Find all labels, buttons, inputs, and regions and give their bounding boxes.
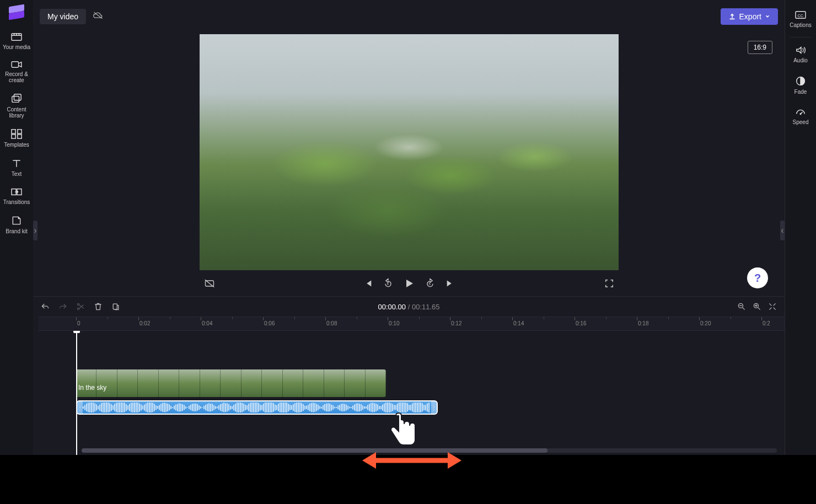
svg-rect-5 (18, 130, 22, 133)
sidebar-item-audio[interactable]: Audio (785, 40, 816, 70)
svg-rect-1 (12, 62, 18, 68)
sidebar-label: Captions (790, 22, 811, 28)
audio-trim-handle-right[interactable] (431, 401, 437, 414)
top-bar: My video Export (33, 0, 785, 33)
undo-button[interactable] (41, 302, 50, 311)
total-time: 00:11.65 (412, 303, 440, 311)
timeline-toolbar: 00:00.00 / 00:11.65 (33, 297, 785, 317)
current-time: 00:00.00 (378, 303, 406, 311)
sidebar-label: Your media (3, 44, 30, 50)
expand-left-panel[interactable]: › (33, 221, 37, 240)
rewind-5-button[interactable]: 5 (383, 278, 394, 289)
preview-area: 16:9 ? 5 5 (33, 33, 785, 296)
play-button[interactable] (404, 278, 415, 289)
svg-rect-17 (113, 304, 117, 309)
svg-rect-2 (12, 96, 19, 102)
skip-back-button[interactable] (363, 278, 373, 288)
chevron-down-icon (765, 14, 770, 19)
player-controls: 5 5 (200, 275, 619, 292)
duplicate-button[interactable] (111, 302, 120, 311)
left-sidebar: Your media Record & create Content libra… (0, 0, 33, 455)
svg-rect-7 (18, 135, 22, 138)
sidebar-label: Record & create (2, 71, 31, 83)
scrollbar-thumb[interactable] (82, 448, 547, 453)
sidebar-label: Text (12, 171, 22, 177)
fullscreen-button[interactable] (604, 278, 614, 288)
svg-point-23 (800, 114, 801, 115)
zoom-in-button[interactable] (753, 302, 761, 311)
project-title[interactable]: My video (40, 9, 86, 24)
export-label: Export (739, 12, 761, 21)
sidebar-label: Templates (4, 142, 29, 148)
split-button[interactable] (76, 302, 85, 311)
zoom-out-button[interactable] (737, 302, 746, 311)
right-sidebar: CC Captions Audio Fade Speed (785, 0, 816, 455)
sidebar-label: Content library (2, 106, 31, 119)
svg-rect-6 (12, 135, 15, 138)
sidebar-item-transitions[interactable]: Transitions (1, 183, 32, 211)
upload-icon (728, 13, 736, 20)
timeline-panel: 00:00.00 / 00:11.65 00:020:040:060:080:1… (33, 296, 785, 455)
svg-text:5: 5 (428, 282, 430, 286)
sidebar-label: Fade (794, 89, 807, 95)
timeline-scrollbar[interactable] (82, 448, 777, 453)
audio-clip-label: In the sky (78, 384, 106, 392)
video-clip[interactable] (76, 369, 386, 397)
sidebar-item-content-library[interactable]: Content library (1, 89, 32, 124)
svg-text:5: 5 (386, 282, 388, 286)
sidebar-label: Transitions (3, 199, 30, 205)
sidebar-item-your-media[interactable]: Your media (1, 28, 32, 56)
expand-right-panel[interactable]: ‹ (780, 221, 785, 240)
timeline-ruler[interactable]: 00:020:040:060:080:100:120:140:160:180:2… (39, 317, 785, 331)
sidebar-label: Brand kit (6, 228, 27, 234)
audio-clip[interactable] (76, 400, 438, 415)
sidebar-label: Audio (793, 57, 808, 63)
sidebar-label: Speed (793, 119, 809, 125)
sidebar-item-fade[interactable]: Fade (785, 70, 816, 101)
svg-text:CC: CC (798, 13, 803, 18)
cloud-offline-icon (93, 11, 104, 22)
sidebar-item-brand-kit[interactable]: Brand kit (1, 211, 32, 240)
playhead[interactable] (76, 331, 77, 455)
svg-rect-4 (12, 130, 15, 133)
safe-zone-toggle[interactable] (204, 279, 215, 288)
export-button[interactable]: Export (721, 8, 778, 25)
sidebar-item-text[interactable]: Text (1, 153, 32, 183)
sidebar-item-speed[interactable]: Speed (785, 101, 816, 132)
video-preview[interactable] (200, 34, 619, 270)
app-logo (9, 4, 24, 19)
bottom-letterbox (0, 455, 816, 504)
help-button[interactable]: ? (747, 267, 768, 288)
redo-button[interactable] (58, 302, 67, 311)
skip-forward-button[interactable] (445, 278, 455, 288)
sidebar-item-record-create[interactable]: Record & create (1, 56, 32, 89)
fit-timeline-button[interactable] (768, 302, 777, 311)
svg-rect-3 (14, 94, 21, 100)
sidebar-item-templates[interactable]: Templates (1, 124, 32, 153)
sidebar-item-captions[interactable]: CC Captions (785, 4, 816, 35)
timeline-tracks: In the sky (39, 331, 785, 455)
forward-5-button[interactable]: 5 (425, 278, 436, 289)
delete-button[interactable] (94, 302, 103, 311)
svg-point-15 (77, 303, 79, 305)
timeline-timecode: 00:00.00 / 00:11.65 (378, 303, 439, 311)
svg-point-16 (77, 308, 79, 309)
audio-trim-handle-left[interactable] (77, 401, 83, 414)
aspect-ratio-badge[interactable]: 16:9 (748, 41, 772, 54)
